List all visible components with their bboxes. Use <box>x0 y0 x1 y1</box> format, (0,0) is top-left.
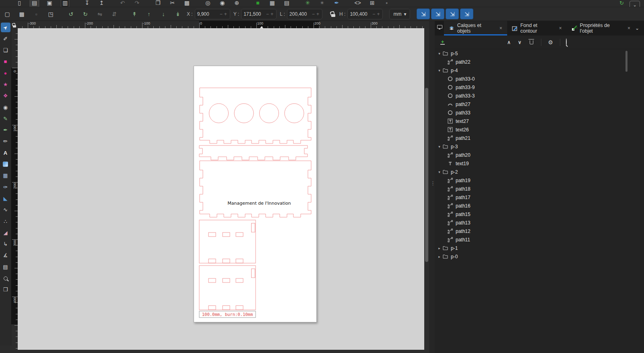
tree-row-path17[interactable]: path17 <box>435 193 636 201</box>
settings-gear-button[interactable]: ⚙ <box>548 39 553 46</box>
export-icon[interactable]: ↥ <box>98 0 105 7</box>
redo-icon[interactable]: ↷ <box>134 0 140 7</box>
refresh-icon[interactable]: ↻ <box>619 0 624 6</box>
width-value[interactable]: 200,400 <box>289 11 311 17</box>
triangle-right-icon[interactable]: ▸ <box>437 246 442 250</box>
gradient-tool[interactable] <box>1 160 10 169</box>
height-decrement[interactable]: − <box>372 11 376 17</box>
toolbar-overflow-button[interactable]: ⌄ <box>630 1 640 7</box>
side-b-tab[interactable] <box>252 269 255 278</box>
tree-item-label[interactable]: path20 <box>456 152 471 158</box>
height-increment[interactable]: + <box>376 11 380 17</box>
tree-row-p-5[interactable]: ▾p-5 <box>435 49 636 58</box>
star-tool[interactable]: ★ <box>1 79 10 89</box>
tab-proprietes-de-l-objet[interactable]: Propriétés de l'objet × <box>567 21 635 35</box>
box-lid-outline[interactable] <box>200 88 311 143</box>
box3d-tool[interactable]: ❖ <box>1 91 10 101</box>
unit-dropdown[interactable]: mm ▾ <box>389 9 410 19</box>
rectangle-tool[interactable]: ■ <box>1 57 10 66</box>
close-icon[interactable]: × <box>500 25 502 31</box>
x-field[interactable]: 9,900 − + <box>195 9 230 19</box>
select-all-icon[interactable]: ▢ <box>4 11 10 17</box>
tree-item-label[interactable]: path27 <box>456 102 471 107</box>
display-icon[interactable] <box>437 25 442 29</box>
side-a-bottom-slot-2[interactable] <box>223 259 230 263</box>
tweak-tool[interactable]: ∿ <box>1 205 10 215</box>
move-patterns-toggle[interactable]: ⇲ <box>460 8 473 19</box>
tree-row-p-3[interactable]: ▾p-3 <box>435 142 636 151</box>
triangle-down-icon[interactable]: ▾ <box>437 170 442 174</box>
triangle-down-icon[interactable]: ▾ <box>437 69 442 73</box>
side-panel-b[interactable] <box>199 266 256 310</box>
side-b-bottom-slot-1[interactable] <box>208 306 216 310</box>
tree-item-label[interactable]: text27 <box>456 118 469 124</box>
close-icon[interactable]: × <box>559 25 562 31</box>
move-down-button[interactable]: ∨ <box>518 39 522 45</box>
tree-row-path21[interactable]: path21 <box>435 134 636 142</box>
side-a-tab[interactable] <box>252 223 255 232</box>
side-b-slot-2[interactable] <box>223 278 230 282</box>
zoom-tool[interactable] <box>1 274 10 283</box>
tree-item-label[interactable]: p-3 <box>451 144 458 150</box>
side-a-bottom-slot-1[interactable] <box>208 259 216 263</box>
tab-calques-et-objets[interactable]: Calques et objets × <box>444 21 507 35</box>
tree-row-path19[interactable]: path19 <box>435 176 636 185</box>
dropper-tool[interactable]: ✑ <box>1 182 10 192</box>
scrollbar-thumb[interactable] <box>425 88 428 262</box>
text-dialog-icon[interactable]: ▤ <box>283 0 290 7</box>
shape-builder-tool[interactable]: ❏ <box>1 46 10 55</box>
save-document-icon[interactable]: ▣ <box>46 0 53 7</box>
height-field[interactable]: 100,400 − + <box>347 9 383 19</box>
cut-icon[interactable]: ✂ <box>169 0 175 7</box>
lower-icon[interactable]: ↓ <box>160 11 167 17</box>
flip-horizontal-icon[interactable]: ⇋ <box>97 11 103 17</box>
tree-item-label[interactable]: p-5 <box>451 51 458 56</box>
side-b-slot-1[interactable] <box>208 278 216 282</box>
side-a-bottom-slot-3[interactable] <box>236 259 243 263</box>
tree-item-label[interactable]: path33-0 <box>456 76 475 82</box>
width-decrement[interactable]: − <box>311 11 316 17</box>
select-all-layers-icon[interactable]: ▩ <box>19 11 25 17</box>
tree-row-p-1[interactable]: ▸p-1 <box>435 244 636 252</box>
lower-to-bottom-icon[interactable]: ↡ <box>175 11 181 17</box>
tree-row-path16[interactable]: path16 <box>435 201 636 210</box>
tree-row-path22[interactable]: path22 <box>435 58 636 66</box>
tree-item-label[interactable]: path22 <box>456 59 471 65</box>
measure-tool[interactable]: ∡ <box>1 251 10 260</box>
pencil-tool[interactable]: ✎ <box>1 114 10 123</box>
side-panel-a[interactable] <box>199 220 256 263</box>
raise-icon[interactable]: ↑ <box>146 11 152 17</box>
panel-resize-handle[interactable]: ⋮ <box>429 21 435 353</box>
text-tool[interactable]: A <box>1 148 10 158</box>
panel-scrollbar[interactable] <box>625 49 628 353</box>
tree-item-label[interactable]: p-1 <box>451 245 458 251</box>
move-gradients-toggle[interactable]: ⇲ <box>446 8 459 19</box>
x-decrement[interactable]: − <box>219 11 223 17</box>
print-icon[interactable]: ▥ <box>61 0 69 7</box>
selector-tool[interactable]: ➤ <box>1 23 10 32</box>
pages-tool[interactable]: ❒ <box>1 285 10 295</box>
tree-row-path33-9[interactable]: path33-9 <box>435 83 636 91</box>
tab-fond-et-contour[interactable]: Fond et contour × <box>507 21 567 35</box>
tree-row-path18[interactable]: path18 <box>435 185 636 193</box>
document-page[interactable]: 100.0mm, burn:0.10mm Management de l'Inn… <box>194 66 317 322</box>
y-decrement[interactable]: − <box>265 11 270 17</box>
scale-corners-toggle[interactable]: ⇲ <box>431 8 444 19</box>
pen-tool[interactable]: ✒ <box>1 125 10 135</box>
calligraphy-tool[interactable]: ✏ <box>1 137 10 146</box>
tree-item-label[interactable]: path21 <box>456 135 471 141</box>
tree-row-text26[interactable]: text26 <box>435 125 636 134</box>
x-increment[interactable]: + <box>223 11 228 17</box>
duplicate-icon[interactable]: ▦ <box>269 0 275 7</box>
color-swatch-green[interactable]: ■ <box>254 0 261 7</box>
spray-dialog-icon[interactable]: ✴ <box>319 0 325 7</box>
tree-item-label[interactable]: p-4 <box>451 68 458 73</box>
tree-row-path15[interactable]: path15 <box>435 210 636 218</box>
xml-editor-icon[interactable]: <> <box>354 0 361 7</box>
tree-item-label[interactable]: text26 <box>456 127 469 133</box>
zoom-page-icon[interactable]: ◉ <box>219 0 225 7</box>
scale-stroke-toggle[interactable]: ⇲ <box>417 8 430 19</box>
spiral-tool[interactable]: ◉ <box>1 102 10 112</box>
tree-item-label[interactable]: path19 <box>456 178 471 183</box>
mesh-gradient-tool[interactable]: ▦ <box>1 171 10 181</box>
